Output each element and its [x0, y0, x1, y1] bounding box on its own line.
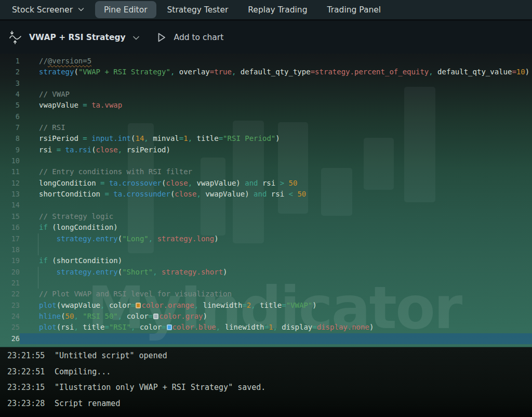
code-line[interactable]: 14 — [0, 200, 532, 211]
code-token: = — [311, 68, 315, 76]
code-token — [104, 179, 109, 187]
code-token: "VWAP + RSI Strategy" — [78, 68, 170, 76]
code-line[interactable]: 13shortCondition = ta.crossunder(close, … — [0, 189, 532, 200]
code-line[interactable]: 1//@version=5 — [0, 56, 532, 67]
line-number: 16 — [0, 222, 20, 233]
code-line[interactable]: 20 strategy.entry("Short", strategy.shor… — [0, 267, 532, 278]
code-token: if — [39, 256, 48, 265]
code-line[interactable]: 18 — [0, 244, 532, 255]
code-token: = — [512, 68, 516, 76]
color-swatch-icon[interactable] — [167, 324, 172, 330]
code-token: and — [249, 190, 267, 198]
code-token: = — [131, 301, 135, 309]
tab-pine-editor[interactable]: Pine Editor — [95, 1, 156, 18]
code-token: color.blue — [172, 323, 216, 331]
code-line[interactable]: 12longCondition = ta.crossover(close, vw… — [0, 178, 532, 189]
code-line[interactable]: 15// Strategy logic — [0, 211, 532, 222]
code-line[interactable]: 2strategy("VWAP + RSI Strategy", overlay… — [0, 67, 532, 77]
code-line[interactable]: 11// Entry conditions with RSI filter — [0, 166, 532, 177]
line-content: plot(rsi, title="RSI", color=color.blue,… — [39, 322, 374, 333]
code-line[interactable]: 9rsi = ta.rsi(close, rsiPeriod) — [0, 145, 532, 155]
script-menu-chevron-icon[interactable] — [132, 35, 140, 41]
line-number: 17 — [0, 233, 20, 244]
code-line[interactable]: 16if (longCondition) — [0, 222, 532, 233]
code-token: , — [74, 323, 78, 331]
code-token: strategy — [39, 68, 74, 76]
code-token: vwapValue — [39, 101, 83, 109]
console-panel: 23:21:55"Untitled script" opened23:22:51… — [0, 347, 532, 417]
line-number: 20 — [0, 267, 20, 278]
console-entry: 23:23:28Script renamed — [0, 396, 532, 412]
code-line[interactable]: 26 — [0, 333, 532, 344]
code-token: strategy.long — [157, 234, 215, 243]
add-to-chart-play-icon[interactable] — [155, 32, 167, 43]
code-token: ( — [74, 68, 78, 76]
code-token — [153, 234, 157, 243]
code-editor[interactable]: MyIndicator 1//@version=52strategy("VWAP… — [0, 54, 532, 347]
code-token: "RSI Period" — [223, 134, 275, 142]
code-token: , — [216, 323, 220, 331]
code-line[interactable]: 19if (shortCondition) — [0, 255, 532, 266]
code-token — [39, 268, 57, 276]
code-token: // Strategy logic — [39, 212, 113, 220]
line-number: 25 — [0, 322, 20, 333]
console-entry: 23:21:55"Untitled script" opened — [0, 348, 532, 364]
code-line[interactable]: 7// RSI — [0, 122, 532, 133]
code-token — [284, 179, 288, 187]
code-line[interactable]: 21 — [0, 278, 532, 289]
color-swatch-icon[interactable] — [153, 314, 158, 319]
code-token: // Entry conditions with RSI filter — [39, 167, 192, 176]
code-token: = — [312, 323, 316, 331]
code-line[interactable]: 25plot(rsi, title="RSI", color=color.blu… — [0, 322, 532, 333]
tab-strategy-tester[interactable]: Strategy Tester — [158, 1, 237, 18]
console-timestamp: 23:21:55 — [7, 351, 47, 360]
code-line[interactable]: 6 — [0, 111, 532, 122]
line-number: 18 — [0, 244, 20, 255]
code-token: , — [74, 312, 78, 320]
tab-label: Strategy Tester — [167, 5, 229, 15]
code-token: default_qty_type — [236, 68, 310, 76]
code-token: strategy.percent_of_equity — [315, 68, 429, 76]
code-area[interactable]: 1//@version=52strategy("VWAP + RSI Strat… — [0, 54, 532, 347]
code-token: = — [242, 301, 246, 309]
code-line[interactable]: 3 — [0, 78, 532, 89]
line-number: 24 — [0, 311, 20, 322]
tab-label: Pine Editor — [104, 5, 147, 15]
code-token: strategy.entry — [57, 268, 118, 276]
code-line[interactable]: 22// Plot VWAP and RSI level for visuali… — [0, 289, 532, 299]
code-line[interactable]: 24hline(50, "RSI 50", color=color.gray) — [0, 311, 532, 322]
code-token: overlay — [175, 68, 209, 76]
code-token: longCondition — [39, 179, 100, 187]
code-line[interactable]: 5vwapValue = ta.vwap — [0, 100, 532, 111]
script-title[interactable]: VWAP + RSI Strategy — [29, 33, 126, 42]
line-number: 19 — [0, 255, 20, 266]
add-to-chart-button[interactable]: Add to chart — [174, 33, 224, 42]
line-number: 15 — [0, 211, 20, 222]
line-content: // Plot VWAP and RSI level for visualiza… — [39, 289, 232, 299]
code-token: ) — [312, 301, 316, 309]
code-token: = — [83, 101, 87, 109]
code-token — [87, 101, 91, 109]
tab-trading-panel[interactable]: Trading Panel — [318, 1, 390, 18]
code-token: // RSI — [39, 123, 65, 132]
code-line[interactable]: 8rsiPeriod = input.int(14, minval=1, tit… — [0, 133, 532, 144]
code-line[interactable]: 4// VWAP — [0, 89, 532, 100]
line-number: 14 — [0, 200, 20, 211]
code-line[interactable]: 17 strategy.entry("Long", strategy.long) — [0, 233, 532, 244]
console-message: "Untitled script" opened — [55, 351, 167, 360]
line-number: 12 — [0, 178, 20, 189]
line-content: if (shortCondition) — [39, 255, 122, 266]
line-content: //@version=5 — [39, 56, 91, 67]
code-token: rsi — [267, 190, 288, 198]
code-line[interactable]: 10 — [0, 155, 532, 166]
code-token: = — [219, 134, 223, 142]
code-token: color.orange — [141, 301, 194, 309]
code-line[interactable]: 23plot(vwapValue, color=color.orange, li… — [0, 300, 532, 311]
line-content: // RSI — [39, 122, 65, 133]
tab-stock-screener[interactable]: Stock Screener — [3, 1, 93, 18]
color-swatch-icon[interactable] — [136, 303, 141, 308]
code-token: = — [104, 190, 109, 198]
console-timestamp: 23:22:51 — [7, 367, 47, 376]
tab-replay-trading[interactable]: Replay Trading — [239, 1, 316, 18]
line-content: hline(50, "RSI 50", color=color.gray) — [39, 311, 207, 322]
